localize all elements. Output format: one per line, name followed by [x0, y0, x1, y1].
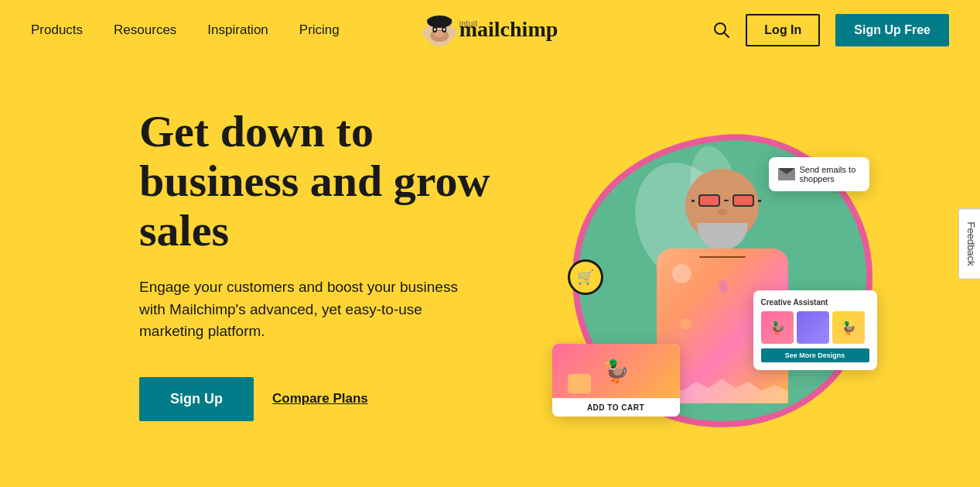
person-head [685, 169, 759, 242]
nav-item-products[interactable]: Products [31, 22, 83, 38]
thumb-2 [797, 311, 829, 344]
signup-nav-button[interactable]: Sign Up Free [835, 14, 949, 46]
logo-container: intuit mailchimp [422, 11, 558, 50]
product-image: 🦆 [552, 344, 680, 398]
nav-right: Log In Sign Up Free [713, 14, 949, 46]
design-thumbnails: 🦆 🦆 [761, 311, 869, 344]
svg-point-5 [433, 29, 435, 31]
hero-heading: Get down to business and grow sales [139, 107, 495, 255]
blob-container: Send emails to shoppers Creative Assista… [560, 115, 885, 440]
duck-icon: 🦆 [603, 358, 630, 384]
svg-point-6 [442, 29, 445, 31]
feedback-tab[interactable]: Feedback [958, 208, 980, 279]
thumb-3: 🦆 [832, 311, 865, 344]
logo[interactable]: intuit mailchimp [422, 11, 558, 50]
svg-point-9 [422, 28, 429, 37]
hero-section: Get down to business and grow sales Enga… [0, 60, 980, 487]
brand-name: mailchimp [459, 17, 558, 41]
sunglasses [691, 194, 761, 207]
logo-icon [422, 11, 456, 50]
svg-rect-8 [427, 19, 452, 23]
send-email-card: Send emails to shoppers [769, 157, 869, 191]
login-button[interactable]: Log In [746, 14, 820, 46]
hero-content: Get down to business and grow sales Enga… [139, 91, 541, 421]
signup-hero-button[interactable]: Sign Up [139, 377, 254, 421]
feedback-tab-wrapper: Feedback [958, 208, 980, 279]
svg-point-4 [435, 31, 444, 37]
creative-assistant-card: Creative Assistant 🦆 🦆 See More Designs [753, 290, 877, 370]
send-email-text: Send emails to shoppers [800, 165, 860, 183]
hero-subtext: Engage your customers and boost your bus… [139, 276, 480, 343]
creative-assistant-title: Creative Assistant [761, 298, 869, 307]
hero-actions: Sign Up Compare Plans [139, 377, 541, 421]
cart-icon-badge: 🛒 [568, 259, 603, 295]
svg-point-10 [450, 28, 456, 37]
thumb-1: 🦆 [761, 311, 794, 344]
nav-item-pricing[interactable]: Pricing [299, 22, 340, 38]
nav-item-resources[interactable]: Resources [114, 22, 176, 38]
product-card: 🦆 ADD TO CART [552, 344, 680, 417]
hero-illustration: Send emails to shoppers Creative Assista… [541, 91, 903, 463]
compare-plans-link[interactable]: Compare Plans [272, 391, 368, 406]
email-icon [778, 168, 795, 180]
nav-item-inspiration[interactable]: Inspiration [207, 22, 268, 38]
logo-wordmark: intuit mailchimp [459, 19, 558, 42]
cart-icon: 🛒 [577, 269, 594, 286]
search-icon [713, 22, 730, 39]
nav-left: Products Resources Inspiration Pricing [31, 22, 340, 38]
svg-line-12 [724, 33, 729, 37]
navbar: Products Resources Inspiration Pricing [0, 0, 980, 60]
add-to-cart-label[interactable]: ADD TO CART [552, 398, 680, 417]
search-button[interactable] [713, 22, 730, 39]
see-designs-button[interactable]: See More Designs [761, 348, 869, 362]
